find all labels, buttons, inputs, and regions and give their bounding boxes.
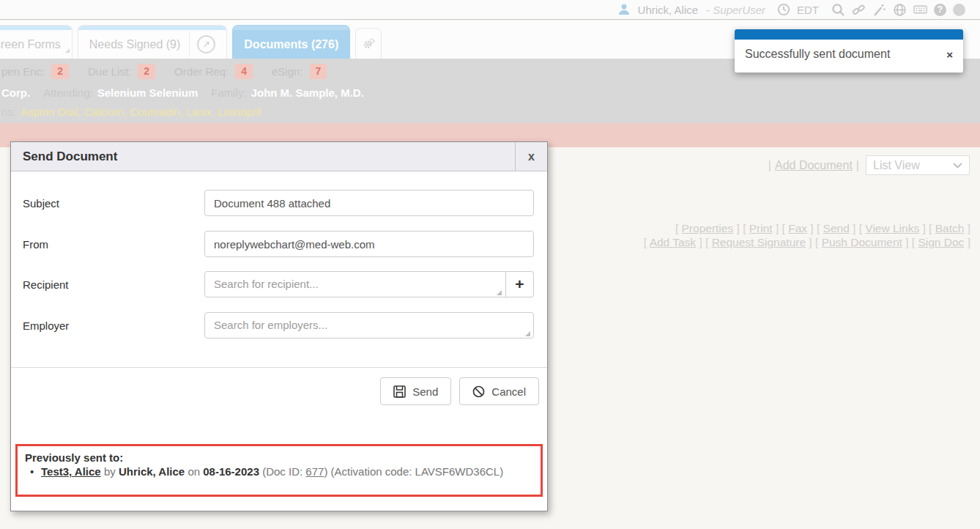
modal-button-row: Send Cancel <box>380 377 539 405</box>
counter-label: Due List: <box>88 65 131 78</box>
recipient-label: Recipient <box>23 271 69 297</box>
help-icon[interactable]: ? <box>934 4 946 16</box>
tab-settings-button[interactable] <box>355 28 382 59</box>
toast-message: Successfully sent document <box>745 48 890 61</box>
save-icon <box>393 385 406 398</box>
action-link[interactable]: View Links <box>865 222 919 234</box>
medications-list: Aspirin Oral, Calcium, Coumadin, Lasix, … <box>21 106 261 118</box>
action-links-row2: [ Add Task ] [ Request Signature ] [ Pus… <box>644 235 970 249</box>
document-action-links: [ Properties ] [ Print ] [ Fax ] [ Send … <box>644 221 970 249</box>
counter-badge: 7 <box>310 64 327 79</box>
view-select[interactable]: List View <box>866 155 970 175</box>
attending-label: Attending: <box>43 86 93 99</box>
tab-needs-signed[interactable]: Needs Signed (9) ↗ <box>78 25 228 59</box>
doc-id-prefix: (Doc ID: <box>262 465 305 478</box>
sender-name: Uhrick, Alice <box>119 465 185 478</box>
counter-label: pen Enc: <box>1 65 45 78</box>
counter-esign[interactable]: eSign: 7 <box>272 64 327 79</box>
user-role: - SuperUser <box>706 4 765 16</box>
employer-row: Employer <box>11 312 547 339</box>
top-bar-right: Uhrick, Alice - SuperUser EDT ? <box>617 0 965 19</box>
link-icon[interactable] <box>852 3 866 17</box>
popout-arrow-icon[interactable]: ↗ <box>197 35 215 53</box>
subject-row: Subject <box>11 190 547 216</box>
doc-id-link[interactable]: 677 <box>305 465 324 478</box>
modal-header: Send Document x <box>11 142 547 171</box>
counter-open-enc[interactable]: pen Enc: 2 <box>1 64 69 79</box>
tab-divider <box>189 33 190 57</box>
counter-badge: 2 <box>51 64 69 79</box>
recipient-search-input[interactable] <box>204 271 506 297</box>
action-link[interactable]: Request Signature <box>712 236 806 248</box>
from-label: From <box>23 231 48 257</box>
counter-badge: 2 <box>138 64 155 79</box>
chevron-down-icon <box>953 163 962 169</box>
modal-divider <box>11 367 547 368</box>
tab-documents[interactable]: Documents (276) <box>232 25 350 59</box>
counter-badge: 4 <box>235 64 253 79</box>
counter-label: eSign: <box>272 65 303 78</box>
modal-close-button[interactable]: x <box>515 142 547 171</box>
family-label: Family: <box>211 86 246 99</box>
activation-code: (Activation code: LAVSF6WD36CL) <box>331 465 504 478</box>
add-document-link[interactable]: Add Document <box>775 159 853 172</box>
view-select-value: List View <box>873 159 920 172</box>
action-link[interactable]: Push Document <box>822 236 902 248</box>
wand-icon[interactable] <box>872 3 886 17</box>
keyboard-icon[interactable] <box>913 3 927 17</box>
previously-sent-heading: Previously sent to: <box>25 451 533 464</box>
from-input[interactable] <box>204 231 534 257</box>
pipe-separator: | <box>856 159 859 172</box>
status-dot-icon <box>953 4 965 16</box>
medications-label: ns: <box>1 106 16 118</box>
cancel-icon <box>472 385 485 398</box>
action-link[interactable]: Print <box>749 222 773 234</box>
action-link[interactable]: Batch <box>935 222 965 234</box>
tab-screen-forms[interactable]: creen Forms <box>0 25 73 59</box>
user-name: Uhrick, Alice <box>638 4 699 16</box>
patient-name: Corp. <box>1 86 30 99</box>
counter-label: Order Req: <box>174 65 229 78</box>
toast-close-icon[interactable]: × <box>945 48 954 62</box>
previously-sent-box: Previously sent to: Test3, Alice by Uhri… <box>15 444 543 497</box>
toast-accent-bar <box>735 29 963 40</box>
counter-order-req[interactable]: Order Req: 4 <box>174 64 253 79</box>
action-links-row1: [ Properties ] [ Print ] [ Fax ] [ Send … <box>644 221 970 235</box>
pipe-separator: | <box>768 159 771 172</box>
toast-notification: Successfully sent document × <box>735 29 963 73</box>
action-link[interactable]: Sign Doc <box>918 236 964 248</box>
app-window: Uhrick, Alice - SuperUser EDT ? <box>0 0 980 529</box>
subject-label: Subject <box>23 190 59 216</box>
clock-icon[interactable] <box>776 3 790 17</box>
doc-id-suffix: ) <box>324 465 327 478</box>
globe-icon[interactable] <box>893 3 907 17</box>
action-link[interactable]: Add Task <box>650 236 696 248</box>
employer-search-input[interactable] <box>204 312 534 339</box>
search-icon[interactable] <box>831 3 845 17</box>
medications-row: ns: Aspirin Oral, Calcium, Coumadin, Las… <box>1 103 980 119</box>
sent-recipient-link[interactable]: Test3, Alice <box>41 465 101 478</box>
send-document-modal: Send Document x Subject From Recipient +… <box>10 141 548 511</box>
cancel-button[interactable]: Cancel <box>459 377 539 405</box>
subject-input[interactable] <box>204 190 534 216</box>
employer-label: Employer <box>23 312 69 339</box>
timezone-label: EDT <box>797 4 819 16</box>
tab-label: creen Forms <box>0 38 61 51</box>
from-row: From <box>11 231 547 257</box>
user-icon[interactable] <box>617 3 631 17</box>
recipient-row: Recipient + <box>11 271 547 297</box>
action-link[interactable]: Send <box>823 222 850 234</box>
sent-date: 08-16-2023 <box>203 465 259 478</box>
action-link[interactable]: Fax <box>788 222 807 234</box>
attending-value: Selenium Selenium <box>97 86 198 99</box>
action-link[interactable]: Properties <box>682 222 734 234</box>
patient-row: Corp. Attending: Selenium Selenium Famil… <box>1 84 980 101</box>
top-bar: Uhrick, Alice - SuperUser EDT ? <box>0 0 980 20</box>
documents-toolbar: | Add Document | List View <box>768 155 970 175</box>
counter-due-list[interactable]: Due List: 2 <box>88 64 155 79</box>
tab-label: Documents (276) <box>244 38 338 51</box>
previously-sent-entry: Test3, Alice by Uhrick, Alice on 08-16-2… <box>25 465 533 478</box>
add-recipient-button[interactable]: + <box>506 271 534 297</box>
modal-title: Send Document <box>11 142 515 171</box>
send-button[interactable]: Send <box>380 377 451 405</box>
